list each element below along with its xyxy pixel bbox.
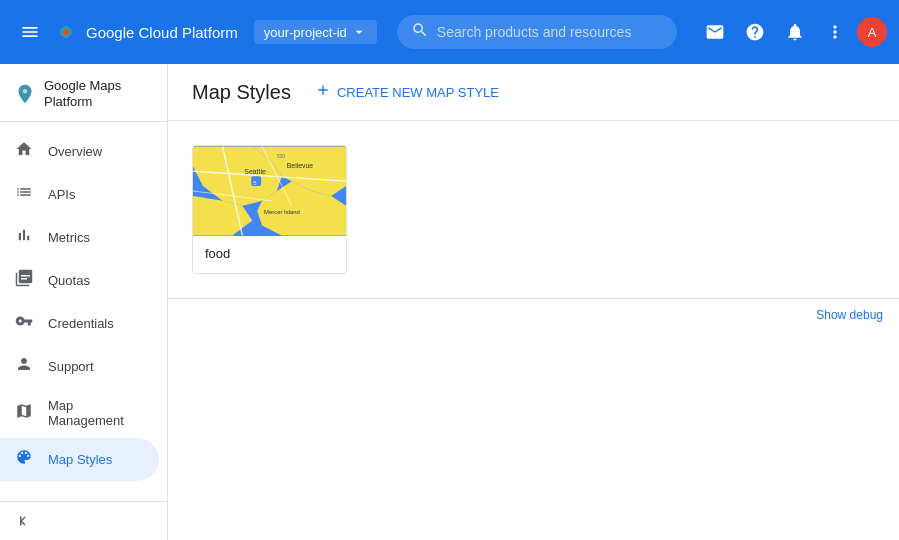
svg-point-0 (64, 30, 69, 35)
show-debug-link[interactable]: Show debug (816, 308, 883, 322)
notification-icon-btn[interactable] (777, 14, 813, 50)
gcp-logo-icon (56, 22, 76, 42)
email-icon-btn[interactable] (697, 14, 733, 50)
bottom-bar: Show debug (168, 298, 899, 330)
home-icon (14, 140, 34, 163)
create-new-map-style-button[interactable]: CREATE NEW MAP STYLE (307, 76, 507, 108)
quotas-icon (14, 269, 34, 292)
page-title: Map Styles (192, 81, 291, 104)
map-style-card-food[interactable]: Seattle Bellevue Mercer Island 5 520 foo… (192, 145, 347, 274)
sidebar-item-support-label: Support (48, 359, 94, 374)
topbar-app-title: Google Cloud Platform (86, 24, 238, 41)
person-icon (14, 355, 34, 378)
topbar-project-selector[interactable]: your-project-id (254, 20, 377, 44)
sidebar-logo-text: Google Maps Platform (44, 78, 155, 109)
sidebar-item-credentials-label: Credentials (48, 316, 114, 331)
sidebar-item-quotas-label: Quotas (48, 273, 90, 288)
bar-chart-icon (14, 226, 34, 249)
menu-icon[interactable] (12, 14, 48, 50)
add-icon (315, 82, 331, 102)
help-icon-btn[interactable] (737, 14, 773, 50)
content-header: Map Styles CREATE NEW MAP STYLE (168, 64, 899, 121)
content-area: Map Styles CREATE NEW MAP STYLE (168, 64, 899, 540)
sidebar-item-map-management[interactable]: Map Management (0, 388, 159, 438)
svg-text:Bellevue: Bellevue (287, 162, 314, 169)
sidebar-item-overview[interactable]: Overview (0, 130, 159, 173)
maps-logo-icon (14, 83, 36, 105)
search-icon (411, 21, 429, 43)
map-styles-grid: Seattle Bellevue Mercer Island 5 520 foo… (168, 121, 899, 298)
svg-text:Seattle: Seattle (244, 168, 266, 175)
svg-text:520: 520 (277, 154, 285, 159)
sidebar-item-map-management-label: Map Management (48, 398, 145, 428)
map-style-name-food: food (193, 236, 346, 273)
map-thumbnail-svg: Seattle Bellevue Mercer Island 5 520 (193, 146, 346, 236)
sidebar-item-metrics[interactable]: Metrics (0, 216, 159, 259)
sidebar-logo-row: Google Maps Platform (0, 64, 167, 122)
list-icon (14, 183, 34, 206)
key-icon (14, 312, 34, 335)
topbar-project-name: your-project-id (264, 25, 347, 40)
topbar-actions: A (697, 14, 887, 50)
sidebar-nav: Overview APIs Metrics Quot (0, 122, 167, 501)
sidebar-item-map-styles[interactable]: Map Styles (0, 438, 159, 481)
sidebar-item-apis-label: APIs (48, 187, 75, 202)
sidebar-item-support[interactable]: Support (0, 345, 159, 388)
sidebar-item-apis[interactable]: APIs (0, 173, 159, 216)
sidebar-item-quotas[interactable]: Quotas (0, 259, 159, 302)
user-avatar[interactable]: A (857, 17, 887, 47)
topbar-search-bar[interactable] (397, 15, 677, 49)
svg-text:Mercer Island: Mercer Island (264, 209, 300, 215)
sidebar: Google Maps Platform Overview APIs (0, 64, 168, 540)
map-management-icon (14, 402, 34, 425)
topbar-logo-area: Google Cloud Platform (56, 22, 238, 42)
sidebar-collapse-btn[interactable] (0, 501, 167, 540)
sidebar-item-credentials[interactable]: Credentials (0, 302, 159, 345)
sidebar-item-metrics-label: Metrics (48, 230, 90, 245)
palette-icon (14, 448, 34, 471)
sidebar-item-overview-label: Overview (48, 144, 102, 159)
search-input[interactable] (437, 24, 663, 40)
map-style-thumbnail-food: Seattle Bellevue Mercer Island 5 520 (193, 146, 346, 236)
topbar: Google Cloud Platform your-project-id (0, 0, 899, 64)
create-btn-label: CREATE NEW MAP STYLE (337, 85, 499, 100)
main-layout: Google Maps Platform Overview APIs (0, 64, 899, 540)
more-icon-btn[interactable] (817, 14, 853, 50)
sidebar-item-map-styles-label: Map Styles (48, 452, 112, 467)
